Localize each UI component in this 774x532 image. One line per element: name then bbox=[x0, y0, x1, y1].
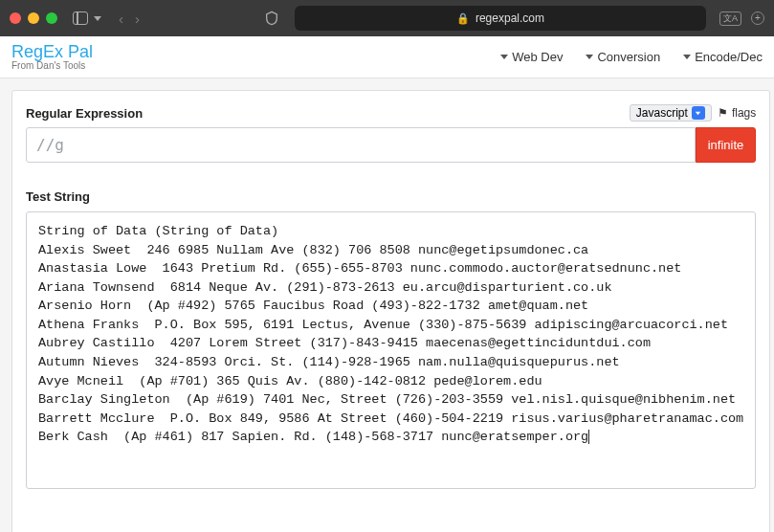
url-text: regexpal.com bbox=[475, 11, 544, 25]
chevron-down-icon bbox=[94, 16, 101, 21]
lock-icon: 🔒 bbox=[456, 12, 470, 25]
window-controls bbox=[10, 12, 57, 24]
zoom-icon[interactable]: + bbox=[751, 11, 764, 25]
minimize-window-icon[interactable] bbox=[28, 12, 39, 24]
flag-icon: ⚑ bbox=[718, 106, 728, 120]
regex-flavor-selector[interactable]: Javascript bbox=[630, 104, 712, 122]
main-area: Regular Expression Javascript ⚑ flags in… bbox=[0, 78, 774, 532]
caret-down-icon bbox=[683, 55, 691, 59]
regex-input[interactable] bbox=[26, 127, 696, 163]
translate-icon[interactable]: 文A bbox=[719, 11, 741, 26]
nav-webdev[interactable]: Web Dev bbox=[500, 50, 563, 64]
teststring-label: Test String bbox=[26, 189, 756, 204]
nav-encode[interactable]: Encode/Dec bbox=[683, 50, 763, 64]
forward-button[interactable]: › bbox=[135, 11, 140, 27]
sidebar-icon bbox=[73, 11, 88, 25]
brand[interactable]: RegEx Pal From Dan's Tools bbox=[11, 43, 93, 71]
infinite-button[interactable]: infinite bbox=[696, 127, 757, 163]
caret-down-icon bbox=[586, 55, 593, 59]
flags-toggle[interactable]: ⚑ flags bbox=[718, 106, 756, 120]
back-button[interactable]: ‹ bbox=[119, 11, 123, 27]
text-cursor bbox=[588, 430, 589, 444]
browser-chrome: ‹ › 🔒 regexpal.com 文A + bbox=[0, 0, 774, 36]
site-header: RegEx Pal From Dan's Tools Web Dev Conve… bbox=[0, 36, 774, 78]
teststring-input[interactable]: String of Data (String of Data) Alexis S… bbox=[26, 211, 756, 489]
nav-conversion[interactable]: Conversion bbox=[586, 50, 660, 64]
regex-panel: Regular Expression Javascript ⚑ flags in… bbox=[11, 90, 770, 532]
brand-subtitle: From Dan's Tools bbox=[11, 61, 93, 72]
address-bar[interactable]: 🔒 regexpal.com bbox=[295, 6, 706, 31]
dropdown-arrow-icon bbox=[692, 106, 705, 120]
privacy-shield-icon[interactable] bbox=[264, 11, 279, 26]
top-nav: Web Dev Conversion Encode/Dec bbox=[500, 50, 763, 64]
caret-down-icon bbox=[500, 55, 508, 59]
regex-label: Regular Expression bbox=[26, 106, 143, 121]
maximize-window-icon[interactable] bbox=[46, 12, 57, 24]
close-window-icon[interactable] bbox=[10, 12, 21, 24]
sidebar-toggle[interactable] bbox=[73, 11, 101, 25]
brand-title: RegEx Pal bbox=[11, 43, 93, 61]
